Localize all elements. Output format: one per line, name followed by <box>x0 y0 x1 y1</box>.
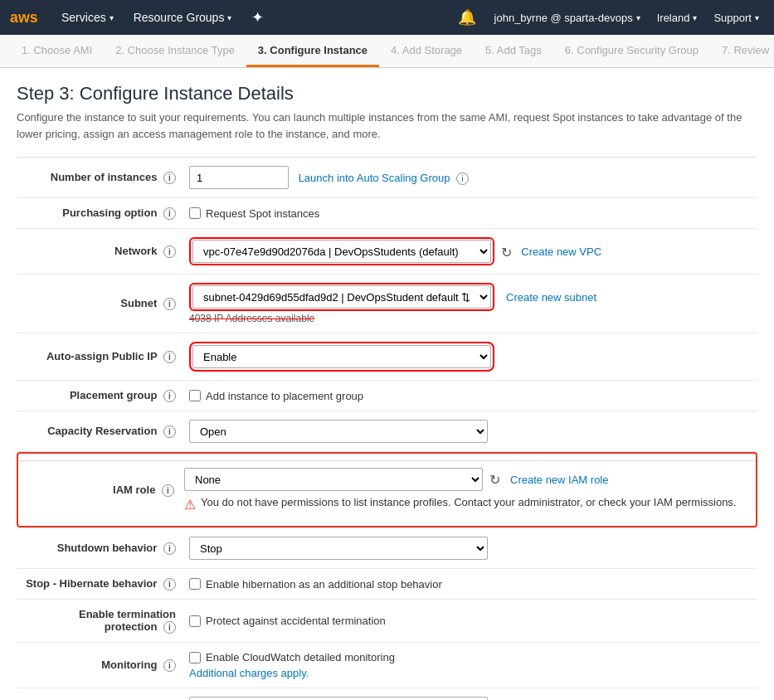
network-info-icon[interactable]: i <box>163 245 176 258</box>
purchasing-info-icon[interactable]: i <box>163 207 176 220</box>
purchasing-option-value-cell: Request Spot instances <box>183 198 757 229</box>
tab-configure-instance[interactable]: 3. Configure Instance <box>246 35 379 67</box>
launch-auto-scaling-link[interactable]: Launch into Auto Scaling Group <box>299 172 450 184</box>
hibernate-checkbox[interactable] <box>189 578 201 590</box>
hibernate-label: Stop - Hibernate behavior i <box>17 569 183 600</box>
create-iam-role-link[interactable]: Create new IAM role <box>510 474 609 486</box>
page-description: Configure the instance to suit your requ… <box>17 109 757 142</box>
placement-group-info-icon[interactable]: i <box>163 390 176 402</box>
iam-role-label: IAM role i <box>18 461 184 520</box>
network-refresh-icon[interactable]: ↻ <box>501 245 512 260</box>
placement-group-checkbox-label: Add instance to placement group <box>189 390 751 402</box>
monitoring-value-cell: Enable CloudWatch detailed monitoring Ad… <box>183 643 757 688</box>
warning-triangle-icon: ⚠ <box>184 497 196 513</box>
capacity-row: Capacity Reservation i Open None <box>17 411 757 452</box>
iam-role-value-cell: None ↻ Create new IAM role ⚠ You do not … <box>184 461 756 520</box>
shutdown-label: Shutdown behavior i <box>17 528 183 569</box>
tenancy-select[interactable]: Shared - Run a shared hardware instance … <box>189 697 488 700</box>
services-menu[interactable]: Services ▾ <box>55 7 120 27</box>
auto-assign-ip-row: Auto-assign Public IP i Enable Disable U… <box>17 333 757 381</box>
tenancy-value-cell: Shared - Run a shared hardware instance … <box>183 688 757 700</box>
num-instances-info-icon[interactable]: i <box>163 172 176 184</box>
subnet-value-cell: subnet-0429d69d55dfad9d2 | DevOpsStudent… <box>183 275 757 333</box>
aws-logo: aws <box>10 7 41 27</box>
purchasing-option-label: Purchasing option i <box>17 198 183 229</box>
network-select[interactable]: vpc-07e47e9d90d2076da | DevOpsStudents (… <box>192 240 491 263</box>
termination-label: Enable termination protection i <box>17 600 183 643</box>
monitoring-label: Monitoring i <box>17 643 183 688</box>
hibernate-checkbox-label: Enable hibernation as an additional stop… <box>189 578 751 591</box>
iam-role-select[interactable]: None <box>184 468 483 491</box>
monitoring-checkbox[interactable] <box>189 652 201 664</box>
tab-review[interactable]: 7. Review <box>710 35 774 67</box>
tab-choose-ami[interactable]: 1. Choose AMI <box>10 35 104 67</box>
auto-scaling-info-icon[interactable]: i <box>456 173 469 185</box>
placement-group-label: Placement group i <box>17 381 183 411</box>
capacity-info-icon[interactable]: i <box>163 425 176 438</box>
page-title: Step 3: Configure Instance Details <box>17 83 757 105</box>
capacity-select[interactable]: Open None <box>189 420 488 443</box>
region-menu[interactable]: Ireland ▾ <box>652 8 703 27</box>
termination-value-cell: Protect against accidental termination <box>183 600 757 643</box>
subnet-note: 4038 IP Addresses available <box>189 313 751 324</box>
shutdown-info-icon[interactable]: i <box>163 542 176 555</box>
bell-icon[interactable]: 🔔 <box>451 5 483 30</box>
termination-info-icon[interactable]: i <box>163 621 176 634</box>
tab-configure-security-group[interactable]: 6. Configure Security Group <box>553 35 710 67</box>
tenancy-row: Tenancy i Shared - Run a shared hardware… <box>17 688 757 700</box>
resource-groups-caret-icon: ▾ <box>227 13 231 22</box>
auto-assign-ip-select[interactable]: Enable Disable Use subnet setting <box>192 345 491 368</box>
iam-inner-row: None ↻ Create new IAM role <box>184 468 756 491</box>
spot-instances-checkbox[interactable] <box>189 207 201 219</box>
bookmark-icon[interactable]: ✦ <box>245 5 270 30</box>
purchasing-option-row: Purchasing option i Request Spot instanc… <box>17 198 757 229</box>
tenancy-label: Tenancy i <box>17 688 183 700</box>
create-subnet-link[interactable]: Create new subnet <box>506 291 596 304</box>
hibernate-info-icon[interactable]: i <box>163 578 176 591</box>
network-value-cell: vpc-07e47e9d90d2076da | DevOpsStudents (… <box>183 229 757 275</box>
monitoring-info-icon[interactable]: i <box>163 659 176 672</box>
auto-assign-ip-info-icon[interactable]: i <box>163 351 176 363</box>
subnet-select[interactable]: subnet-0429d69d55dfad9d2 | DevOpsStudent… <box>192 285 491 309</box>
user-menu[interactable]: john_byrne @ sparta-devops ▾ <box>489 8 645 27</box>
num-instances-label: Number of instances i <box>17 158 183 198</box>
iam-refresh-icon[interactable]: ↻ <box>489 472 500 488</box>
termination-checkbox[interactable] <box>189 615 201 627</box>
main-content: Step 3: Configure Instance Details Confi… <box>0 68 774 700</box>
auto-assign-ip-value-cell: Enable Disable Use subnet setting <box>183 333 757 381</box>
tab-add-tags[interactable]: 5. Add Tags <box>474 35 553 67</box>
shutdown-select[interactable]: Stop Terminate <box>189 537 488 560</box>
monitoring-row: Monitoring i Enable CloudWatch detailed … <box>17 643 757 688</box>
monitoring-charges-link[interactable]: Additional charges apply. <box>189 667 309 679</box>
tab-add-storage[interactable]: 4. Add Storage <box>379 35 474 67</box>
subnet-info-icon[interactable]: i <box>163 298 176 310</box>
region-caret-icon: ▾ <box>693 13 697 22</box>
auto-assign-ip-label: Auto-assign Public IP i <box>17 333 183 381</box>
support-caret-icon: ▾ <box>755 13 759 22</box>
user-caret-icon: ▾ <box>636 13 640 22</box>
num-instances-input[interactable] <box>189 166 289 189</box>
capacity-label: Capacity Reservation i <box>17 411 183 452</box>
placement-group-row: Placement group i Add instance to placem… <box>17 381 757 411</box>
hibernate-value-cell: Enable hibernation as an additional stop… <box>183 569 757 600</box>
support-menu[interactable]: Support ▾ <box>708 8 764 27</box>
create-vpc-link[interactable]: Create new VPC <box>521 245 601 258</box>
configure-instance-form: Number of instances i Launch into Auto S… <box>17 157 757 700</box>
wizard-tabs: 1. Choose AMI 2. Choose Instance Type 3.… <box>0 35 774 68</box>
shutdown-row: Shutdown behavior i Stop Terminate <box>17 528 757 569</box>
resource-groups-menu[interactable]: Resource Groups ▾ <box>127 7 239 27</box>
iam-role-section: IAM role i None ↻ Create new IAM role <box>17 452 757 527</box>
hibernate-row: Stop - Hibernate behavior i Enable hiber… <box>17 569 757 600</box>
termination-checkbox-label: Protect against accidental termination <box>189 615 751 627</box>
services-caret-icon: ▾ <box>110 13 114 22</box>
iam-role-info-icon[interactable]: i <box>162 484 174 497</box>
placement-group-checkbox[interactable] <box>189 390 201 401</box>
network-row: Network i vpc-07e47e9d90d2076da | DevOps… <box>17 229 757 275</box>
subnet-select-wrapper: subnet-0429d69d55dfad9d2 | DevOpsStudent… <box>189 283 494 311</box>
tab-choose-instance-type[interactable]: 2. Choose Instance Type <box>104 35 246 67</box>
shutdown-value-cell: Stop Terminate <box>183 528 757 569</box>
num-instances-value-cell: Launch into Auto Scaling Group i <box>183 158 757 198</box>
termination-row: Enable termination protection i Protect … <box>17 600 757 643</box>
spot-instances-label: Request Spot instances <box>189 207 751 220</box>
monitoring-checkbox-label: Enable CloudWatch detailed monitoring <box>189 651 751 664</box>
